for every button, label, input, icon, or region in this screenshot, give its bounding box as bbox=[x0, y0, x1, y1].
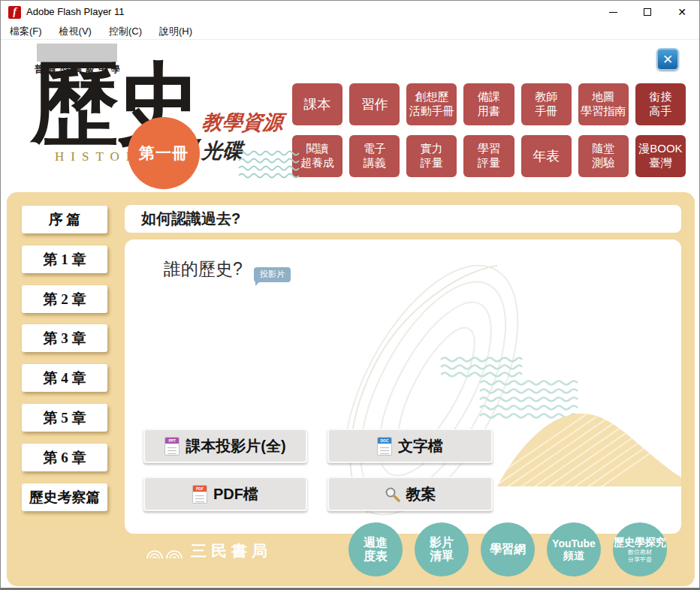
learning-site-label: 學習網 bbox=[490, 543, 526, 556]
minimize-button[interactable] bbox=[596, 1, 630, 23]
doc-band: DOC bbox=[378, 438, 391, 444]
section-title: 如何認識過去? bbox=[141, 209, 240, 229]
brand-arches-icon bbox=[146, 543, 185, 559]
video-list-button[interactable]: 影片 清單 bbox=[415, 522, 469, 576]
resource-button[interactable]: 銜接 高手 bbox=[635, 83, 686, 125]
menu-file[interactable]: 檔案(F) bbox=[7, 25, 45, 38]
ppt-file-icon: PPT bbox=[164, 437, 180, 456]
lesson-plan-button[interactable]: 教案 bbox=[327, 477, 493, 511]
section-title-bar: 如何認識過去? bbox=[125, 205, 681, 233]
publisher-name: 三民書局 bbox=[191, 540, 272, 561]
resource-button[interactable]: 隨堂 測驗 bbox=[578, 135, 629, 177]
maximize-button[interactable] bbox=[630, 1, 665, 23]
wave-watermark-icon bbox=[479, 379, 581, 421]
resource-button[interactable]: 電子 講義 bbox=[349, 135, 400, 177]
title-bar: f Adobe Flash Player 11 ✕ bbox=[1, 1, 699, 23]
sidebar-item-fieldwork[interactable]: 歷史考察篇 bbox=[22, 483, 107, 511]
window-title: Adobe Flash Player 11 bbox=[26, 6, 125, 17]
resource-button[interactable]: 年表 bbox=[521, 135, 572, 177]
slides-all-button[interactable]: PPT 課本投影片(全) bbox=[143, 429, 307, 463]
volume-badge: 第一冊 bbox=[128, 117, 200, 189]
resource-button[interactable]: 習作 bbox=[349, 83, 400, 125]
close-icon: ✕ bbox=[677, 7, 686, 17]
history-inquiry-button[interactable]: 歷史學探究 數位教材 分享平臺 bbox=[613, 522, 667, 576]
resource-button[interactable]: 創想歷 活動手冊 bbox=[406, 83, 457, 125]
topic-link[interactable]: 誰的歷史? bbox=[164, 257, 243, 281]
resource-button[interactable]: 閱讀 超養成 bbox=[292, 135, 342, 177]
ppt-band: PPT bbox=[165, 438, 179, 444]
resource-button[interactable]: 課本 bbox=[292, 83, 342, 125]
header: 普通型高級中學 歷史 HISTORY 第一冊 教學資源 光碟 ✕ 課本 習作 創… bbox=[1, 40, 699, 192]
video-list-label: 影片 清單 bbox=[430, 536, 454, 564]
pdf-file-icon: PDF bbox=[192, 485, 207, 504]
resource-button[interactable]: 學習 評量 bbox=[463, 135, 514, 177]
resource-button[interactable]: 實力 評量 bbox=[406, 135, 457, 177]
resource-button[interactable]: 備課 用書 bbox=[463, 83, 514, 125]
wave-watermark-icon bbox=[440, 356, 523, 381]
youtube-channel-label: YouTube 頻道 bbox=[552, 537, 596, 561]
slides-badge: 投影片 bbox=[254, 267, 291, 282]
magnifier-icon bbox=[385, 486, 400, 502]
app-close-button[interactable]: ✕ bbox=[656, 48, 679, 71]
window-controls: ✕ bbox=[596, 1, 699, 23]
subtitle-disc: 光碟 bbox=[201, 137, 244, 164]
sidebar-item-ch2[interactable]: 第 2 章 bbox=[22, 285, 107, 313]
slides-all-label: 課本投影片(全) bbox=[186, 436, 285, 456]
sidebar-item-ch6[interactable]: 第 6 章 bbox=[22, 444, 107, 471]
flash-app-icon: f bbox=[8, 6, 21, 19]
weekly-schedule-button[interactable]: 週進 度表 bbox=[348, 522, 403, 576]
learning-site-button[interactable]: 學習網 bbox=[481, 522, 535, 576]
text-file-label: 文字檔 bbox=[398, 436, 443, 456]
menu-bar: 檔案(F) 檢視(V) 控制(C) 說明(H) bbox=[1, 23, 699, 40]
content-panel: 誰的歷史? 投影片 PPT 課本投影片(全) DOC 文字檔 PDF PDF檔 bbox=[125, 239, 681, 534]
menu-control[interactable]: 控制(C) bbox=[106, 25, 145, 38]
subtitle-resource: 教學資源 bbox=[201, 109, 285, 136]
doc-file-icon: DOC bbox=[377, 437, 392, 456]
resource-button[interactable]: 地圖 學習指南 bbox=[578, 83, 629, 125]
text-file-button[interactable]: DOC 文字檔 bbox=[327, 429, 493, 463]
pdf-file-label: PDF檔 bbox=[213, 484, 258, 504]
pdf-file-button[interactable]: PDF PDF檔 bbox=[143, 477, 307, 511]
maximize-icon bbox=[644, 8, 651, 16]
sidebar-item-ch4[interactable]: 第 4 章 bbox=[22, 364, 107, 392]
weekly-schedule-label: 週進 度表 bbox=[364, 536, 388, 564]
sidebar-item-ch5[interactable]: 第 5 章 bbox=[22, 404, 107, 432]
menu-view[interactable]: 檢視(V) bbox=[56, 25, 95, 38]
flash-player-window: f Adobe Flash Player 11 ✕ 檔案(F) 檢視(V) 控制… bbox=[0, 0, 700, 590]
resource-button-grid: 課本 習作 創想歷 活動手冊 備課 用書 教師 手冊 地圖 學習指南 銜接 高手… bbox=[292, 83, 686, 177]
lesson-plan-label: 教案 bbox=[406, 484, 436, 504]
publisher-brand: 三民書局 bbox=[146, 540, 272, 561]
minimize-icon bbox=[609, 12, 617, 13]
youtube-channel-button[interactable]: YouTube 頻道 bbox=[547, 522, 601, 576]
history-inquiry-label: 歷史學探究 bbox=[614, 536, 666, 548]
resource-button[interactable]: 教師 手冊 bbox=[521, 83, 572, 125]
hill-watermark-icon bbox=[497, 406, 681, 486]
pdf-band: PDF bbox=[193, 486, 207, 492]
sidebar-item-intro[interactable]: 序 篇 bbox=[22, 206, 107, 233]
wave-decoration-icon bbox=[238, 149, 300, 181]
menu-help[interactable]: 說明(H) bbox=[156, 25, 195, 38]
history-inquiry-sublabel: 數位教材 分享平臺 bbox=[628, 549, 652, 563]
sidebar-item-ch1[interactable]: 第 1 章 bbox=[22, 245, 107, 273]
sidebar-item-ch3[interactable]: 第 3 章 bbox=[22, 324, 107, 352]
resource-button[interactable]: 漫BOOK 臺灣 bbox=[635, 135, 686, 177]
close-button[interactable]: ✕ bbox=[665, 1, 699, 23]
volume-label: 第一冊 bbox=[139, 143, 189, 164]
